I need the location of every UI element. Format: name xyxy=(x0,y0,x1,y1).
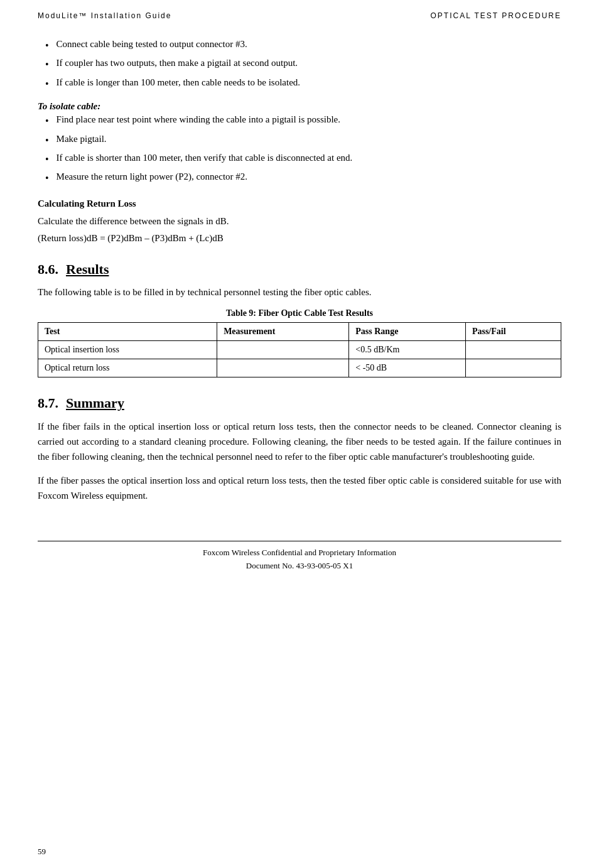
section-87-title: 8.7. Summary xyxy=(38,395,561,411)
table-caption: Table 9: Fiber Optic Cable Test Results xyxy=(38,308,561,318)
cell-pass-range-2: < -50 dB xyxy=(349,359,466,377)
cell-measurement-1 xyxy=(217,340,349,359)
summary-paragraph-1: If the fiber fails in the optical insert… xyxy=(38,419,561,464)
header-right: OPTICAL TEST PROCEDURE xyxy=(431,11,561,20)
list-item: Find place near test point where winding… xyxy=(38,114,561,128)
list-item: If cable is longer than 100 meter, then … xyxy=(38,77,561,91)
footer-line1: Foxcom Wireless Confidential and Proprie… xyxy=(38,546,561,560)
page-content: Connect cable being tested to output con… xyxy=(38,26,561,572)
top-bullet-list: Connect cable being tested to output con… xyxy=(38,39,561,91)
calculating-paragraph: Calculate the difference between the sig… xyxy=(38,214,561,229)
page: ModuLite™ Installation Guide OPTICAL TES… xyxy=(0,0,599,868)
col-pass-fail: Pass/Fail xyxy=(465,322,561,340)
formula: (Return loss)dB = (P2)dBm – (P3)dBm + (L… xyxy=(38,233,561,244)
list-item: If cable is shorter than 100 meter, then… xyxy=(38,153,561,166)
header-left: ModuLite™ Installation Guide xyxy=(38,11,171,20)
cell-test-1: Optical insertion loss xyxy=(38,340,217,359)
isolate-cable-bullet-list: Find place near test point where winding… xyxy=(38,114,561,186)
results-intro: The following table is to be filled in b… xyxy=(38,285,561,300)
table-row: Optical return loss < -50 dB xyxy=(38,359,561,377)
section-86-title: 8.6. Results xyxy=(38,261,561,278)
list-item: Connect cable being tested to output con… xyxy=(38,39,561,53)
list-item: Measure the return light power (P2), con… xyxy=(38,171,561,185)
calculating-heading: Calculating Return Loss xyxy=(38,198,561,209)
footer: Foxcom Wireless Confidential and Proprie… xyxy=(38,541,561,573)
cell-measurement-2 xyxy=(217,359,349,377)
cell-pass-range-1: <0.5 dB/Km xyxy=(349,340,466,359)
col-measurement: Measurement xyxy=(217,322,349,340)
table-row: Optical insertion loss <0.5 dB/Km xyxy=(38,340,561,359)
footer-line2: Document No. 43-93-005-05 X1 xyxy=(38,560,561,573)
results-table: Test Measurement Pass Range Pass/Fail Op… xyxy=(38,322,561,377)
cell-test-2: Optical return loss xyxy=(38,359,217,377)
cell-pass-fail-1 xyxy=(465,340,561,359)
list-item: If coupler has two outputs, then make a … xyxy=(38,58,561,72)
cell-pass-fail-2 xyxy=(465,359,561,377)
col-pass-range: Pass Range xyxy=(349,322,466,340)
page-number: 59 xyxy=(38,847,46,857)
col-test: Test xyxy=(38,322,217,340)
table-header-row: Test Measurement Pass Range Pass/Fail xyxy=(38,322,561,340)
summary-paragraph-2: If the fiber passes the optical insertio… xyxy=(38,473,561,503)
list-item: Make pigtail. xyxy=(38,134,561,148)
isolate-cable-heading: To isolate cable: xyxy=(38,101,561,112)
page-header: ModuLite™ Installation Guide OPTICAL TES… xyxy=(38,0,561,26)
